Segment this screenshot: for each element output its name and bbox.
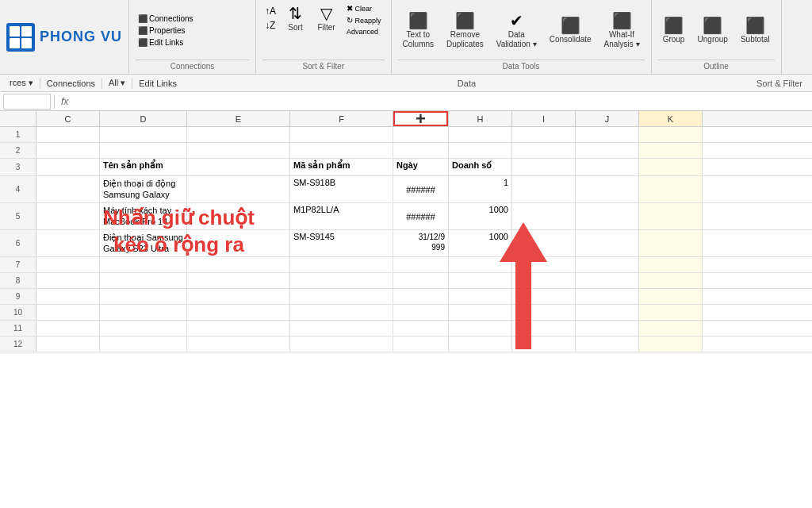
- cell-g5[interactable]: ######: [393, 203, 449, 229]
- cell-f2[interactable]: [290, 143, 393, 158]
- col-header-k[interactable]: K: [639, 111, 703, 126]
- subtotal-btn[interactable]: ⬛ Subtotal: [736, 15, 775, 47]
- cell-h6[interactable]: 1000: [449, 230, 512, 256]
- reapply-btn[interactable]: ↻ Reapply: [343, 15, 385, 25]
- cell-e12[interactable]: [187, 337, 290, 352]
- cell-e11[interactable]: [187, 321, 290, 336]
- cell-j9[interactable]: [576, 289, 639, 304]
- clear-btn[interactable]: ✖ Clear: [343, 3, 385, 13]
- cell-c8[interactable]: [36, 273, 100, 288]
- col-header-c[interactable]: C: [36, 111, 100, 126]
- cell-f1[interactable]: [290, 127, 393, 142]
- cell-d3-header[interactable]: Tên sản phẩm: [100, 159, 187, 175]
- connections-btn[interactable]: ⬛ Connections: [136, 13, 196, 24]
- cell-h7[interactable]: [449, 257, 512, 272]
- cell-g1[interactable]: [393, 127, 449, 142]
- text-to-columns-btn[interactable]: ⬛ Text toColumns: [398, 10, 439, 52]
- cell-d6[interactable]: Điện thoại Samsung Galaxy S23 Ultra: [100, 230, 187, 256]
- ungroup-btn[interactable]: ⬛ Ungroup: [693, 15, 733, 47]
- cell-g7[interactable]: [393, 257, 449, 272]
- cell-i8[interactable]: [512, 273, 576, 288]
- consolidate-btn[interactable]: ⬛ Consolidate: [545, 15, 596, 47]
- cell-h5[interactable]: 1000: [449, 203, 512, 229]
- cell-j8[interactable]: [576, 273, 639, 288]
- cell-h2[interactable]: [449, 143, 512, 158]
- cell-k10[interactable]: [639, 305, 703, 320]
- remove-duplicates-btn[interactable]: ⬛ RemoveDuplicates: [442, 10, 488, 52]
- cell-e10[interactable]: [187, 305, 290, 320]
- cell-k4[interactable]: [639, 176, 703, 202]
- cell-f6[interactable]: SM-S9145: [290, 230, 393, 256]
- cell-c4[interactable]: [36, 176, 100, 202]
- cell-f8[interactable]: [290, 273, 393, 288]
- cell-g6[interactable]: 31/12/9999: [393, 230, 449, 256]
- cell-g2[interactable]: [393, 143, 449, 158]
- cell-c5[interactable]: [36, 203, 100, 229]
- data-validation-btn[interactable]: ✔ DataValidation ▾: [492, 10, 542, 52]
- cell-g8[interactable]: [393, 273, 449, 288]
- cell-k7[interactable]: [639, 257, 703, 272]
- cell-h10[interactable]: [449, 305, 512, 320]
- cell-f11[interactable]: [290, 321, 393, 336]
- col-header-g[interactable]: +: [393, 111, 449, 126]
- cell-j1[interactable]: [576, 127, 639, 142]
- cell-d5[interactable]: Máy tính xách tay MacBook Pro 14 inch: [100, 203, 187, 229]
- cell-h4[interactable]: 1: [449, 176, 512, 202]
- cell-k8[interactable]: [639, 273, 703, 288]
- cell-g3-header[interactable]: Ngày: [393, 159, 449, 175]
- cell-d4[interactable]: Điện thoại di động Samsung Galaxy S23 Ul…: [100, 176, 187, 202]
- cell-c9[interactable]: [36, 289, 100, 304]
- cell-d12[interactable]: [100, 337, 187, 352]
- name-box[interactable]: [3, 94, 51, 110]
- cell-k3[interactable]: [639, 159, 703, 175]
- cell-i9[interactable]: [512, 289, 576, 304]
- cell-e8[interactable]: [187, 273, 290, 288]
- cell-e2[interactable]: [187, 143, 290, 158]
- cell-d8[interactable]: [100, 273, 187, 288]
- col-header-f[interactable]: F: [290, 111, 393, 126]
- cell-j10[interactable]: [576, 305, 639, 320]
- cell-e4[interactable]: [187, 176, 290, 202]
- cell-c1[interactable]: [36, 127, 100, 142]
- sub-edit-links[interactable]: Edit Links: [132, 77, 183, 90]
- sort-btn[interactable]: ⇅ Sort: [282, 3, 309, 35]
- cell-k6[interactable]: [639, 230, 703, 256]
- cell-k5[interactable]: [639, 203, 703, 229]
- cell-i5[interactable]: [512, 203, 576, 229]
- cell-j4[interactable]: [576, 176, 639, 202]
- cell-g10[interactable]: [393, 305, 449, 320]
- cell-i6[interactable]: [512, 230, 576, 256]
- cell-d7[interactable]: [100, 257, 187, 272]
- cell-i1[interactable]: [512, 127, 576, 142]
- cell-c10[interactable]: [36, 305, 100, 320]
- cell-e5[interactable]: [187, 203, 290, 229]
- cell-j7[interactable]: [576, 257, 639, 272]
- col-header-e[interactable]: E: [187, 111, 290, 126]
- cell-f4[interactable]: SM-S918B: [290, 176, 393, 202]
- cell-d9[interactable]: [100, 289, 187, 304]
- what-if-btn[interactable]: ⬛ What-IfAnalysis ▾: [599, 10, 645, 52]
- cell-k2[interactable]: [639, 143, 703, 158]
- cell-k9[interactable]: [639, 289, 703, 304]
- cell-c12[interactable]: [36, 337, 100, 352]
- sort-asc-btn[interactable]: ↑A: [262, 5, 278, 17]
- cell-c6[interactable]: [36, 230, 100, 256]
- cell-h12[interactable]: [449, 337, 512, 352]
- sub-sources[interactable]: rces ▾: [3, 76, 40, 90]
- cell-i10[interactable]: [512, 305, 576, 320]
- col-header-i[interactable]: I: [512, 111, 576, 126]
- cell-i11[interactable]: [512, 321, 576, 336]
- col-header-d[interactable]: D: [100, 111, 187, 126]
- cell-i3[interactable]: [512, 159, 576, 175]
- formula-input[interactable]: [75, 94, 809, 110]
- cell-f3-header[interactable]: Mã sản phẩm: [290, 159, 393, 175]
- cell-k11[interactable]: [639, 321, 703, 336]
- cell-j11[interactable]: [576, 321, 639, 336]
- filter-btn[interactable]: ▽ Filter: [312, 3, 340, 35]
- cell-e1[interactable]: [187, 127, 290, 142]
- cell-c3[interactable]: [36, 159, 100, 175]
- cell-j2[interactable]: [576, 143, 639, 158]
- cell-c11[interactable]: [36, 321, 100, 336]
- sub-all[interactable]: All ▾: [102, 76, 132, 90]
- cell-i2[interactable]: [512, 143, 576, 158]
